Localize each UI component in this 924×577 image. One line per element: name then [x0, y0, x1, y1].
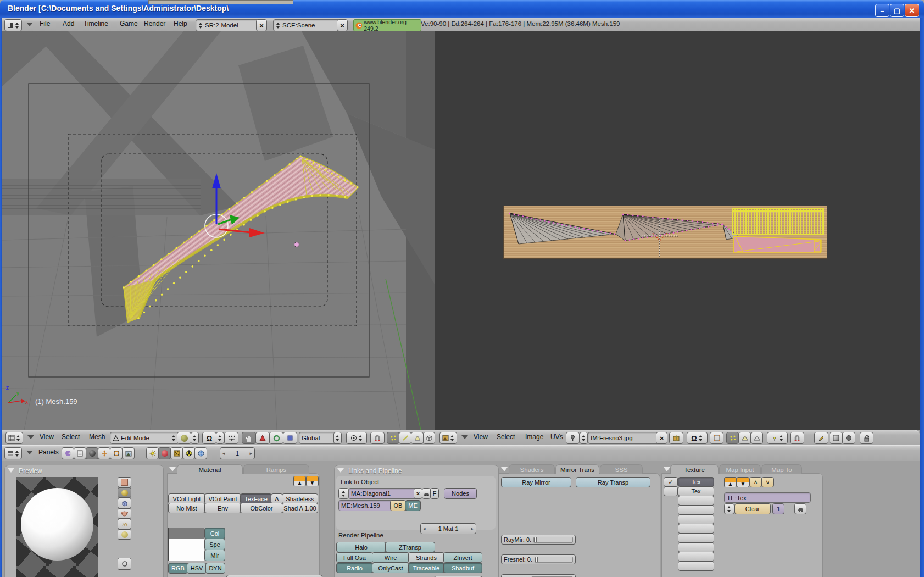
texture-users-count[interactable]: 1	[772, 503, 784, 514]
me-button[interactable]: ME	[405, 500, 421, 511]
occlude-geometry-button[interactable]	[423, 432, 435, 444]
screen-delete-button[interactable]: ×	[256, 19, 267, 31]
wire-toggle[interactable]: Wire	[372, 552, 409, 563]
texture-slot-up-button[interactable]: ∧	[749, 477, 762, 487]
orientation-dropdown[interactable]: Global	[299, 432, 338, 444]
face-select-button[interactable]	[411, 432, 424, 444]
zinvert-toggle[interactable]: ZInvert	[443, 552, 482, 563]
material-move-up-button[interactable]: ▲	[293, 476, 306, 486]
tab-material[interactable]: Material	[177, 464, 243, 474]
proportional-arrows[interactable]	[216, 432, 224, 444]
proportional-edit-button[interactable]: Ω	[202, 432, 216, 444]
logic-context-button[interactable]	[62, 447, 74, 459]
uv-vertex-select-button[interactable]	[726, 432, 739, 444]
world-subcontext-button[interactable]	[194, 447, 207, 459]
texture-slot-8[interactable]	[678, 552, 714, 562]
texture-slot-down-button[interactable]: ∨	[761, 477, 774, 487]
texture-move-up-button[interactable]: ▲	[724, 477, 737, 487]
menu-timeline[interactable]: Timeline	[84, 20, 108, 27]
links-collapse-icon[interactable]	[337, 468, 344, 473]
texture-slot-3[interactable]	[678, 505, 714, 515]
clear-texture-button[interactable]: Clear	[734, 503, 771, 514]
editor-type-button[interactable]	[4, 19, 22, 31]
color-swatch-col[interactable]	[168, 528, 204, 540]
image-pack-button[interactable]	[669, 432, 683, 444]
mesh-name-field[interactable]: ME:Mesh.159	[338, 500, 394, 511]
nodes-button[interactable]: Nodes	[444, 488, 477, 499]
tab-texture[interactable]: Texture	[670, 464, 719, 474]
snap-magnet-button[interactable]	[370, 432, 385, 444]
no-mist-toggle[interactable]: No Mist	[168, 503, 205, 513]
tab-sss[interactable]: SSS	[600, 464, 643, 474]
orientation-arrows[interactable]	[333, 432, 342, 444]
manipulator-scale-button[interactable]	[283, 432, 297, 444]
image-unlink-button[interactable]: ×	[656, 432, 667, 444]
uv-lock-button[interactable]	[860, 432, 873, 444]
frame-number-field[interactable]: 1	[220, 447, 255, 459]
lamp-subcontext-button[interactable]	[146, 447, 159, 459]
uv-canvas[interactable]	[503, 206, 827, 259]
uv-face-select-button[interactable]	[738, 432, 751, 444]
viewport-menu-view[interactable]: View	[40, 433, 54, 441]
material-index-field[interactable]: 1 Mat 1	[420, 523, 476, 534]
preview-hair-button[interactable]	[118, 519, 131, 529]
texture-slot-5[interactable]	[678, 524, 714, 534]
version-banner[interactable]: www.blender.org 249.2	[353, 19, 421, 31]
preview-cube-button[interactable]	[118, 498, 131, 508]
preview-alpha-button[interactable]	[118, 558, 131, 570]
shad-a-value[interactable]: Shad A 1.00	[282, 503, 318, 513]
menu-add[interactable]: Add	[63, 20, 74, 27]
panels-menu[interactable]: Panels	[38, 448, 59, 456]
texture-move-down-button[interactable]: ▼	[737, 477, 749, 487]
material-browse-arrows[interactable]	[338, 488, 349, 499]
uv-alpha-draw-button[interactable]	[830, 432, 843, 444]
tab-ramps[interactable]: Ramps	[243, 464, 309, 474]
collapse-menus-icon[interactable]	[26, 23, 33, 26]
script-context-button[interactable]	[74, 447, 86, 459]
edge-select-button[interactable]	[399, 432, 411, 444]
texture-slot-2[interactable]	[678, 496, 714, 506]
uv-island-select-button[interactable]	[750, 432, 763, 444]
onlycast-toggle[interactable]: OnlyCast	[372, 563, 409, 573]
viewport-collapse-menus-icon[interactable]	[27, 435, 34, 439]
preview-monkey-button[interactable]	[118, 508, 131, 519]
texture-auto-name-button[interactable]	[794, 503, 806, 514]
uv-dot-draw-button[interactable]	[842, 432, 855, 444]
viewport-menu-select[interactable]: Select	[62, 433, 80, 441]
env-toggle[interactable]: Env	[204, 503, 241, 513]
ray-transp-toggle[interactable]: Ray Transp	[576, 477, 650, 487]
pivot-dropdown[interactable]	[346, 432, 367, 444]
viewport-editor-type-button[interactable]	[5, 432, 23, 444]
shadbuf-toggle[interactable]: Shadbuf	[443, 563, 482, 573]
full-osa-toggle[interactable]: Full Osa	[336, 552, 373, 563]
obcolor-toggle[interactable]: ObColor	[240, 503, 283, 513]
menu-file[interactable]: File	[40, 20, 50, 27]
uv-texture-paint-button[interactable]	[814, 432, 828, 444]
manipulator-rotate-button[interactable]	[269, 432, 283, 444]
vertex-select-button[interactable]	[387, 432, 399, 444]
pin-image-button[interactable]	[566, 432, 580, 444]
traceable-toggle[interactable]: Traceable	[408, 563, 444, 573]
menu-help[interactable]: Help	[174, 20, 187, 27]
rgb-button[interactable]: RGB	[168, 563, 188, 574]
manipulator-toggle-button[interactable]	[242, 432, 256, 444]
mode-dropdown[interactable]: Edit Mode	[110, 432, 179, 444]
texture-slot-9[interactable]	[678, 561, 714, 571]
texture-slot-4[interactable]	[678, 514, 714, 524]
menu-game[interactable]: Game	[120, 20, 138, 27]
tab-map-to[interactable]: Map To	[761, 464, 802, 474]
menu-render[interactable]: Render	[144, 20, 165, 27]
minimize-button[interactable]: –	[875, 4, 889, 17]
uv-menu-select[interactable]: Select	[497, 433, 515, 441]
texture-browse-arrows[interactable]	[724, 503, 734, 514]
strands-button[interactable]: Strands	[408, 552, 444, 563]
texture-slot-7[interactable]	[678, 542, 714, 552]
maximize-button[interactable]: ▢	[890, 4, 904, 17]
scene-delete-button[interactable]: ×	[337, 19, 348, 31]
scene-context-button[interactable]	[122, 447, 135, 459]
tab-shaders[interactable]: Shaders	[509, 464, 555, 474]
texture-slot-6[interactable]	[678, 533, 714, 543]
material-unlink-button[interactable]: ×	[414, 488, 422, 499]
object-center-dot[interactable]	[294, 242, 299, 247]
raymir-slider[interactable]: RayMir: 0.	[501, 535, 576, 545]
